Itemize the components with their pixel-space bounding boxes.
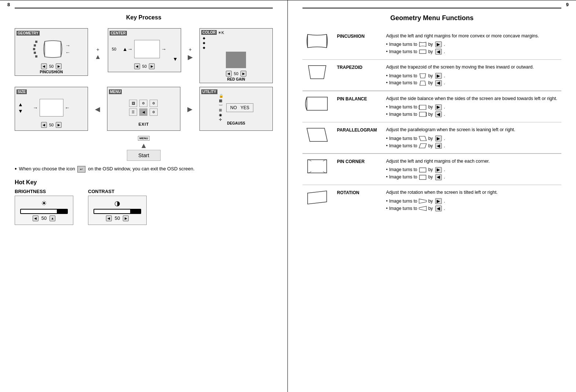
center-next-btn[interactable]: ▶ xyxy=(149,63,155,69)
divider-3 xyxy=(302,122,561,123)
pincorner-shape-r xyxy=(419,167,427,173)
start-button[interactable]: Start xyxy=(127,150,161,161)
size-prev-btn[interactable]: ◀ xyxy=(41,122,47,128)
osd-menu-box: MENU 🖼 ⚙ ⚙ ☰ ◀ ⚙ EXIT xyxy=(107,87,180,131)
center-lr: → → xyxy=(128,40,166,58)
utility-plus: ✛ xyxy=(219,118,223,122)
brightness-label: BRIGHTNESS xyxy=(15,189,46,194)
brightness-fill xyxy=(21,210,57,213)
hot-key-section: Hot Key BRIGHTNESS ☀ ◀ 50 ▲ xyxy=(15,179,273,225)
osd-geometry-box: GEOMETRY xyxy=(15,28,88,76)
center-left-arrow: → xyxy=(128,46,133,52)
parallelogram-name: PARALLELOGRAM xyxy=(337,127,381,133)
svg-rect-2 xyxy=(33,48,35,50)
trapezoid-icon-svg xyxy=(306,64,328,80)
rotation-desc-text: Adjust the rotation when the screen is t… xyxy=(386,190,498,195)
pincorner-desc: Adjust the left and right margins of the… xyxy=(386,158,561,180)
svg-rect-4 xyxy=(35,55,37,58)
pincorner-icon-cell xyxy=(302,158,332,174)
svg-rect-14 xyxy=(419,175,426,180)
geometry-functions-title: Geometry Menu Functions xyxy=(302,14,561,22)
contrast-box: ◑ ◀ 50 ▶ xyxy=(88,196,147,225)
divider-5 xyxy=(302,185,561,185)
size-lr-display: → ← xyxy=(33,99,70,117)
utility-options: 🔒 ▦ 〰 ⊞ ◉ ✛ xyxy=(219,94,223,122)
parallelogram-ctrl-r: ▶ xyxy=(435,136,442,141)
start-flow: MENU ▲ xyxy=(138,136,150,150)
menu-icon-1: 🖼 xyxy=(129,100,137,107)
size-up-down: ▲ ▼ xyxy=(18,101,23,114)
pincushion-ctrl-l: ◀ xyxy=(435,49,442,55)
pincushion-icon-cell xyxy=(302,33,332,49)
size-next-btn[interactable]: ▶ xyxy=(56,122,62,128)
utility-grid: ▦ xyxy=(219,99,223,103)
brightness-controls: ◀ 50 ▲ xyxy=(33,215,55,221)
svg-marker-15 xyxy=(308,191,327,204)
pinbalance-desc-text: Adjust the side balance when the sides o… xyxy=(386,96,557,101)
osd-geometry-inner: → ← xyxy=(16,36,86,62)
arrow-left: ← xyxy=(65,49,70,55)
key-process-title: Key Process xyxy=(15,14,273,21)
rotation-icon-cell xyxy=(302,189,332,206)
menu-icon-3: ⚙ xyxy=(150,100,158,107)
center-right-arrow: → xyxy=(161,46,166,52)
plus-sign: + xyxy=(96,47,99,52)
pinbalance-ctrl-l: ◀ xyxy=(435,111,442,117)
parallelogram-desc: Adjust the parallelogram when the screen… xyxy=(386,127,561,149)
osd-utility-label: DEGAUSS xyxy=(201,121,271,125)
center-prev-btn[interactable]: ◀ xyxy=(134,63,140,69)
pinbalance-icon-cell xyxy=(302,96,332,112)
size-right-arrow: → xyxy=(33,105,38,111)
color-next-btn[interactable]: ▶ xyxy=(241,71,246,77)
color-r-row: ◆ xyxy=(203,36,271,40)
parallelogram-ctrl-l: ◀ xyxy=(435,143,442,149)
brightness-item: BRIGHTNESS ☀ ◀ 50 ▲ xyxy=(15,189,73,225)
pincorner-shape-l xyxy=(419,174,427,180)
osd-size-controls: ◀ 50 ▶ xyxy=(16,122,86,128)
osd-menu-inner: 🖼 ⚙ ⚙ ☰ ◀ ⚙ xyxy=(109,95,179,121)
geo-next-btn[interactable]: ▶ xyxy=(56,63,62,69)
svg-marker-8 xyxy=(420,81,426,85)
trapezoid-ctrl-l: ◀ xyxy=(435,80,442,86)
osd-top-row: GEOMETRY xyxy=(15,28,273,83)
pincorner-desc-text: Adjust the left and right margins of the… xyxy=(386,159,490,164)
trapezoid-bullets: • Image turns to by ▶ . • Image turns to… xyxy=(386,73,561,86)
pincushion-bullet-1: • Image turns to by ▶ . xyxy=(386,41,561,48)
menu-icon-4: ☰ xyxy=(129,108,137,116)
pinbalance-bullets: • Image turns to by ▶ . • xyxy=(386,104,561,118)
osd-utility-title: UTILITY xyxy=(201,89,217,94)
contrast-next-btn[interactable]: ▶ xyxy=(123,215,129,221)
parallelogram-shape-r xyxy=(419,136,427,141)
trapezoid-ctrl-r: ▶ xyxy=(435,73,442,79)
osd-center-box: CENTER 50 ▲ → → ▼ ◀ xyxy=(108,28,181,72)
color-swatch xyxy=(226,52,246,68)
menu-icon-2: ⚙ xyxy=(139,100,147,107)
right-arrow-flow-2: ▶ xyxy=(187,105,192,113)
contrast-prev-btn[interactable]: ◀ xyxy=(106,215,112,221)
pinbalance-shape-l xyxy=(419,111,427,117)
color-prev-btn[interactable]: ◀ xyxy=(226,71,232,77)
brightness-prev-btn[interactable]: ◀ xyxy=(33,215,38,221)
osd-bottom-row: SIZE ▲ ▼ → ← ◀ 50 ▶ xyxy=(15,87,273,131)
geo-row-pincushion: PINCUSHION Adjust the left and right mar… xyxy=(302,29,561,59)
hot-key-row: BRIGHTNESS ☀ ◀ 50 ▲ xyxy=(15,189,273,225)
parallelogram-bullets: • Image turns to by ▶ . • Image turns to… xyxy=(386,136,561,149)
brightness-next-btn[interactable]: ▲ xyxy=(49,215,55,221)
color-k-icon: ☀K xyxy=(218,30,224,35)
osd-geometry-title: GEOMETRY xyxy=(16,31,40,36)
pinbalance-ctrl-r: ▶ xyxy=(435,104,442,110)
pincushion-icon-svg xyxy=(306,33,328,49)
rotation-icon-svg xyxy=(306,189,328,206)
contrast-value: 50 xyxy=(115,215,120,221)
utility-no-yes: NO YES xyxy=(226,103,253,112)
osd-color-box: COLOR ☀K ◆ ◆ ◆ xyxy=(199,28,273,83)
geo-prev-btn[interactable]: ◀ xyxy=(41,63,47,69)
contrast-controls: ◀ 50 ▶ xyxy=(106,215,129,221)
up-arrow-1: ▲ xyxy=(95,53,101,61)
osd-size-box: SIZE ▲ ▼ → ← ◀ 50 ▶ xyxy=(15,87,88,131)
osd-color-inner xyxy=(201,51,271,69)
menu-exit-label: EXIT xyxy=(109,122,179,126)
up-arrow-center: ▲ xyxy=(122,46,128,52)
brightness-box: ☀ ◀ 50 ▲ xyxy=(15,196,73,225)
size-screen xyxy=(40,99,63,117)
